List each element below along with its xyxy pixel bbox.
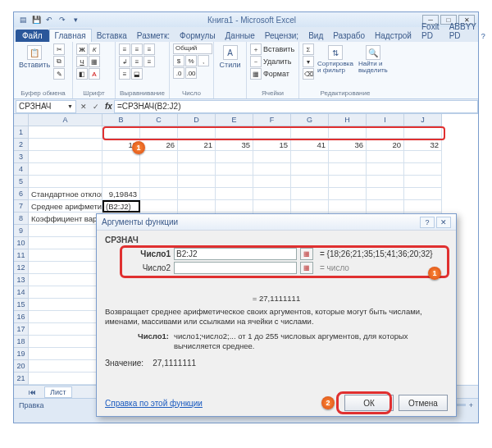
row-header[interactable]: 8 <box>14 213 29 225</box>
cell[interactable] <box>291 176 329 188</box>
row-header[interactable]: 21 <box>14 373 29 385</box>
merge-icon[interactable]: ⬓ <box>131 68 143 80</box>
underline-icon[interactable]: Ч <box>76 56 88 67</box>
column-header[interactable]: C <box>140 114 178 126</box>
cell[interactable] <box>140 151 178 163</box>
row-header[interactable]: 6 <box>14 188 29 200</box>
redo-icon[interactable]: ↷ <box>57 14 68 25</box>
column-header[interactable]: E <box>216 114 253 126</box>
cell[interactable] <box>178 163 216 176</box>
cells-format-icon[interactable]: ▦ <box>250 68 262 80</box>
cell[interactable]: (B2:J2) <box>102 200 140 213</box>
tab-layout[interactable]: Разметк: <box>132 30 175 42</box>
cell[interactable] <box>367 126 404 139</box>
cell[interactable] <box>102 126 140 139</box>
cell[interactable]: 41 <box>291 139 329 151</box>
cell[interactable] <box>291 188 329 200</box>
cell[interactable]: 9,19843 <box>102 188 140 200</box>
cell[interactable] <box>178 188 216 200</box>
column-header[interactable]: B <box>102 114 140 126</box>
cell[interactable] <box>178 200 216 213</box>
cells-delete-label[interactable]: Удалить <box>263 57 291 66</box>
cell[interactable] <box>178 126 216 139</box>
cells-delete-icon[interactable]: － <box>250 56 262 67</box>
cell[interactable] <box>102 163 140 176</box>
cell[interactable] <box>29 225 102 237</box>
cell[interactable] <box>216 126 253 139</box>
cell[interactable] <box>329 200 367 213</box>
cell[interactable] <box>29 348 102 360</box>
ribbon-help-icon[interactable]: ? <box>481 30 485 42</box>
tab-nav-first-icon[interactable]: ⏮ <box>29 388 36 396</box>
cell[interactable] <box>29 373 102 385</box>
cell[interactable] <box>29 274 102 286</box>
cell[interactable] <box>253 188 291 200</box>
enter-formula-icon[interactable]: ✓ <box>90 101 102 112</box>
cell[interactable]: Коэффициент вариации <box>29 213 102 225</box>
comma-icon[interactable]: , <box>198 55 209 66</box>
row-header[interactable]: 19 <box>14 348 29 360</box>
cell[interactable] <box>216 188 253 200</box>
align-tl-icon[interactable]: ≡ <box>119 43 130 55</box>
sort-button[interactable]: ⇅ Сортировка и фильтр <box>316 43 355 75</box>
cell[interactable] <box>253 126 291 139</box>
paste-button[interactable]: 📋 Вставить <box>17 43 52 71</box>
cell[interactable]: Среднее арифметическое <box>29 200 102 213</box>
autosum-icon[interactable]: Σ <box>303 43 314 55</box>
cell[interactable] <box>404 176 442 188</box>
cell[interactable] <box>102 176 140 188</box>
fillcolor-icon[interactable]: ◧ <box>76 68 88 80</box>
tab-developer[interactable]: Разрабо <box>328 30 370 42</box>
dec-dec-icon[interactable]: .00 <box>185 67 197 79</box>
cell[interactable] <box>367 176 404 188</box>
cell[interactable] <box>367 188 404 200</box>
cell[interactable]: 32 <box>404 139 442 151</box>
row-header[interactable]: 1 <box>14 126 29 139</box>
tab-view[interactable]: Вид <box>303 30 328 42</box>
cell[interactable] <box>367 163 404 176</box>
cell[interactable] <box>329 126 367 139</box>
cell[interactable] <box>404 126 442 139</box>
save-icon[interactable]: 💾 <box>30 14 42 25</box>
cell[interactable]: 35 <box>216 139 253 151</box>
row-header[interactable]: 4 <box>14 163 29 176</box>
dialog-help-icon[interactable]: ? <box>420 217 435 228</box>
row-header[interactable]: 5 <box>14 176 29 188</box>
row-header[interactable]: 15 <box>14 299 29 311</box>
align-r-icon[interactable]: ≡ <box>119 68 130 80</box>
row-header[interactable]: 17 <box>14 323 29 336</box>
row-header[interactable]: 9 <box>14 225 29 237</box>
find-button[interactable]: 🔍 Найти и выделить <box>357 43 390 75</box>
column-header[interactable]: H <box>329 114 367 126</box>
row-header[interactable]: 18 <box>14 336 29 348</box>
cell[interactable] <box>216 200 253 213</box>
cell[interactable] <box>329 176 367 188</box>
cell[interactable]: 20 <box>367 139 404 151</box>
cell[interactable] <box>253 200 291 213</box>
cell[interactable] <box>329 151 367 163</box>
cell[interactable]: 15 <box>253 139 291 151</box>
cell[interactable] <box>140 188 178 200</box>
cell[interactable]: Стандартное отклонение <box>29 188 102 200</box>
tab-addins[interactable]: Надстрой <box>370 30 417 42</box>
cell[interactable] <box>29 286 102 299</box>
cell[interactable] <box>404 200 442 213</box>
wrap-icon[interactable]: ↲ <box>119 56 130 67</box>
currency-icon[interactable]: $ <box>173 55 184 66</box>
dialog-titlebar[interactable]: Аргументы функции ? ✕ <box>97 214 456 231</box>
cell[interactable] <box>29 249 102 262</box>
cells-insert-icon[interactable]: ＋ <box>250 43 262 55</box>
cell[interactable] <box>216 163 253 176</box>
fx-icon[interactable]: fx <box>105 102 112 111</box>
cell[interactable] <box>216 151 253 163</box>
format-painter-icon[interactable]: ✎ <box>53 68 65 80</box>
cell[interactable] <box>29 323 102 336</box>
tab-formulas[interactable]: Формулы <box>175 30 221 42</box>
row-header[interactable]: 10 <box>14 237 29 249</box>
align-c-icon[interactable]: ≡ <box>144 56 155 67</box>
percent-icon[interactable]: % <box>185 55 197 66</box>
cell[interactable] <box>178 176 216 188</box>
row-header[interactable]: 2 <box>14 139 29 151</box>
row-header[interactable]: 7 <box>14 200 29 213</box>
cell[interactable] <box>178 151 216 163</box>
